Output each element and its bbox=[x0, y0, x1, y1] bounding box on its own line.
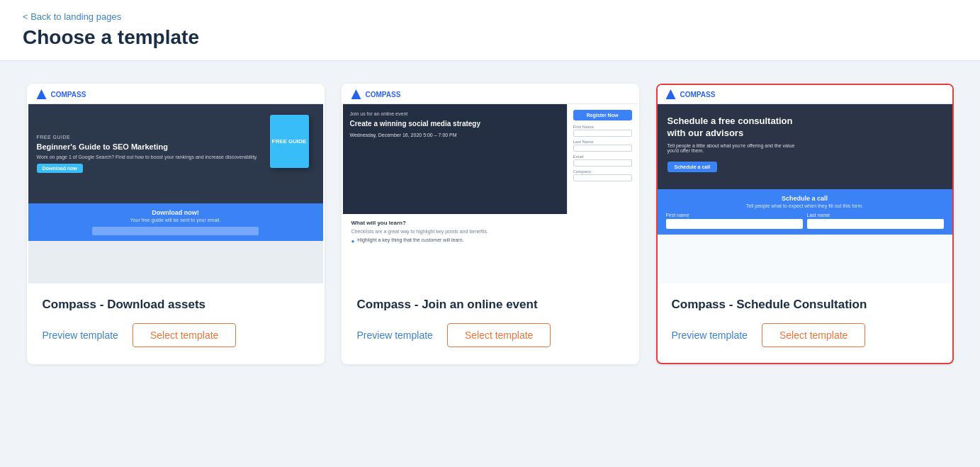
preview-bottom-1: Download now! Your free guide will be se… bbox=[28, 203, 323, 241]
form-input-firstname-3 bbox=[666, 219, 803, 229]
form-label-lastname: Last Name bbox=[573, 140, 632, 144]
form-row-company: Company bbox=[573, 169, 632, 181]
compass-brand-3: COMPASS bbox=[680, 91, 716, 99]
compass-logo-icon-3 bbox=[666, 89, 676, 99]
back-link[interactable]: < Back to landing pages bbox=[23, 11, 957, 22]
card-footer-1: Compass - Download assets Preview templa… bbox=[28, 283, 323, 363]
learn-bullet-icon: ● bbox=[351, 238, 355, 244]
compass-logo-icon-1 bbox=[37, 89, 47, 99]
schedule-btn[interactable]: Schedule a call bbox=[668, 162, 718, 172]
template-name-3: Compass - Schedule Consultation bbox=[672, 298, 938, 312]
form-title-3: Schedule a call bbox=[666, 195, 944, 202]
template-name-2: Compass - Join an online event bbox=[357, 298, 624, 312]
form-col-firstname-3: First name bbox=[666, 213, 803, 229]
form-input-email bbox=[573, 159, 632, 167]
register-label: Register Now bbox=[573, 110, 632, 120]
preview-template-link-3[interactable]: Preview template bbox=[672, 330, 748, 341]
form-row-firstname: First Name bbox=[573, 125, 632, 137]
hero-cta-btn-1[interactable]: Download now bbox=[37, 164, 83, 173]
template-preview-3: COMPASS Schedule a free consultation wit… bbox=[658, 85, 952, 283]
preview-body-2: What will you learn? Checklists are a gr… bbox=[343, 214, 638, 250]
form-row-email: Email bbox=[573, 154, 632, 167]
top-bar: < Back to landing pages Choose a templat… bbox=[0, 0, 980, 61]
form-field-mini-1 bbox=[92, 227, 259, 235]
form-label-company: Company bbox=[573, 169, 632, 174]
book-text: FREE GUIDE bbox=[272, 138, 307, 145]
learn-item: ● Highlight a key thing that the custome… bbox=[351, 237, 629, 244]
select-template-btn-3[interactable]: Select template bbox=[762, 323, 866, 347]
template-grid: COMPASS FREE GUIDE Beginner's Guide to S… bbox=[0, 61, 980, 387]
learn-desc: Checklists are a great way to highlight … bbox=[351, 228, 629, 235]
form-col-lastname-3: Last name bbox=[807, 213, 944, 229]
hero-text-1: FREE GUIDE Beginner's Guide to SEO Marke… bbox=[37, 135, 258, 173]
form-input-company bbox=[573, 174, 632, 181]
hero-desc-3: Tell people a little about what you're o… bbox=[668, 143, 795, 153]
template-preview-1: COMPASS FREE GUIDE Beginner's Guide to S… bbox=[28, 85, 323, 283]
preview-hero-3: Schedule a free consultation with our ad… bbox=[658, 104, 952, 189]
compass-logo-icon-2 bbox=[351, 89, 361, 99]
cta-sub-1: Your free guide will be sent to your ema… bbox=[37, 218, 315, 223]
card-actions-3: Preview template Select template bbox=[672, 323, 938, 347]
form-subtitle-3: Tell people what to expect when they fil… bbox=[666, 203, 944, 208]
hero-title-3: Schedule a free consultation with our ad… bbox=[668, 116, 795, 140]
template-name-1: Compass - Download assets bbox=[43, 298, 309, 312]
preview-template-link-2[interactable]: Preview template bbox=[357, 330, 433, 341]
template-card-schedule-consultation: COMPASS Schedule a free consultation wit… bbox=[656, 84, 954, 364]
form-input-lastname bbox=[573, 145, 632, 152]
preview-header-3: COMPASS bbox=[658, 85, 952, 104]
form-row-lastname: Last Name bbox=[573, 140, 632, 152]
back-label: < Back to landing pages bbox=[23, 11, 121, 22]
card-footer-2: Compass - Join an online event Preview t… bbox=[343, 283, 638, 363]
preview-header-2: COMPASS bbox=[343, 85, 638, 104]
template-card-online-event: COMPASS Join us for an online event Crea… bbox=[342, 84, 639, 364]
preview-header-1: COMPASS bbox=[28, 85, 323, 104]
preview-hero-1: FREE GUIDE Beginner's Guide to SEO Marke… bbox=[28, 104, 323, 203]
form-row-3: First name Last name bbox=[666, 213, 944, 229]
event-title: Create a winning social media strategy bbox=[350, 119, 560, 128]
cta-text-1: Download now! bbox=[37, 209, 315, 216]
preview-template-link-1[interactable]: Preview template bbox=[43, 330, 118, 341]
form-label-firstname-3: First name bbox=[666, 213, 803, 218]
card-actions-1: Preview template Select template bbox=[43, 323, 309, 347]
hero-label-1: FREE GUIDE bbox=[37, 135, 258, 140]
learn-item-text: Highlight a key thing that the customer … bbox=[357, 237, 463, 242]
what-learn-title: What will you learn? bbox=[351, 220, 629, 226]
form-input-firstname bbox=[573, 130, 632, 137]
template-card-download-assets: COMPASS FREE GUIDE Beginner's Guide to S… bbox=[27, 84, 325, 364]
book-graphic: FREE GUIDE bbox=[270, 115, 309, 168]
card-footer-3: Compass - Schedule Consultation Preview … bbox=[658, 283, 952, 363]
preview-form-3: Schedule a call Tell people what to expe… bbox=[658, 189, 952, 235]
hero-desc-1: Work on page 1 of Google Search? Find ou… bbox=[37, 154, 258, 159]
select-template-btn-2[interactable]: Select template bbox=[447, 323, 551, 347]
compass-brand-2: COMPASS bbox=[366, 91, 401, 99]
page-title: Choose a template bbox=[23, 26, 957, 49]
select-template-btn-1[interactable]: Select template bbox=[133, 323, 237, 347]
event-date: Wednesday, December 16, 2020 5:00 – 7:00… bbox=[350, 133, 560, 137]
preview-hero-2: Join us for an online event Create a win… bbox=[343, 104, 638, 214]
hero-right-2: Register Now First Name Last Name Email bbox=[567, 104, 638, 214]
template-preview-2: COMPASS Join us for an online event Crea… bbox=[343, 85, 638, 283]
hero-title-1: Beginner's Guide to SEO Marketing bbox=[37, 142, 258, 152]
form-label-email: Email bbox=[573, 154, 632, 159]
card-actions-2: Preview template Select template bbox=[357, 323, 624, 347]
form-label-firstname: First Name bbox=[573, 125, 632, 129]
hero-text-3: Schedule a free consultation with our ad… bbox=[668, 116, 795, 172]
form-label-lastname-3: Last name bbox=[807, 213, 944, 218]
event-small-label: Join us for an online event bbox=[350, 111, 560, 116]
compass-brand-1: COMPASS bbox=[51, 91, 86, 99]
form-input-lastname-3 bbox=[807, 219, 944, 229]
hero-left-2: Join us for an online event Create a win… bbox=[343, 104, 567, 214]
